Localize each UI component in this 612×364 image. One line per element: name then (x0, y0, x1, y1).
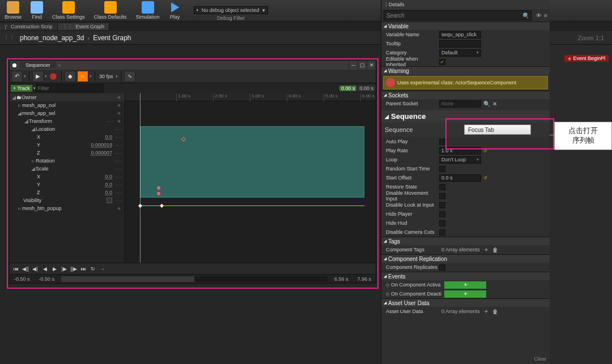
add-tag-icon[interactable]: ＋ (483, 246, 489, 254)
track-scale-x[interactable]: X0.0◦ ◦ ◦ (10, 173, 125, 181)
breadcrumb-page[interactable]: Event Graph (93, 34, 131, 42)
on-deactivate-button[interactable]: ＋ (444, 290, 486, 298)
add-track-button[interactable]: + Track (11, 85, 32, 92)
section-sockets[interactable]: ◢Sockets (381, 91, 550, 99)
play-reverse-icon[interactable]: ◀ (41, 265, 49, 273)
reset-icon[interactable]: ↺ (483, 175, 487, 181)
playhead[interactable] (140, 93, 141, 263)
undo-icon[interactable]: ↶ (11, 71, 23, 82)
filter-input[interactable] (36, 84, 104, 92)
find-button[interactable]: Find (28, 1, 45, 21)
goto-start-icon[interactable]: ⏮ (12, 265, 20, 273)
add-icon[interactable]: ＋ (116, 101, 122, 109)
transform-clip[interactable] (140, 126, 364, 198)
restore-state-checkbox[interactable] (439, 184, 445, 190)
class-defaults-button[interactable]: Class Defaults (92, 1, 129, 21)
track-rotation[interactable]: ▹Rotation◦ ◦ ◦ (10, 157, 125, 165)
track-visibility[interactable]: Visibility◦ ◦ ◦ (10, 196, 125, 204)
replicates-checkbox[interactable] (439, 264, 445, 271)
track-transform[interactable]: ◢Transform＋◦ ◦ ◦ (10, 117, 125, 125)
loop-icon[interactable]: ↻ (89, 265, 97, 273)
close-tab-icon[interactable]: × (58, 63, 61, 68)
start-offset-field[interactable]: 0.0 s (439, 174, 481, 182)
details-search[interactable]: Search🔍 (384, 10, 532, 20)
keyframe[interactable] (160, 204, 164, 208)
clear-asset-data-icon[interactable]: 🗑 (492, 309, 498, 315)
play-icon[interactable]: ▶ (32, 71, 44, 82)
category-dropdown[interactable]: Default (439, 49, 481, 57)
auto-play-checkbox[interactable] (439, 139, 445, 145)
parent-socket-field[interactable]: None (439, 100, 481, 108)
key-icon[interactable]: ◆ (65, 71, 76, 82)
simulation-button[interactable]: Simulation (134, 1, 162, 21)
add-asset-data-icon[interactable]: ＋ (483, 307, 489, 315)
range-end[interactable]: 7.96 s (352, 276, 376, 282)
minimize-icon[interactable]: ─ (348, 61, 358, 69)
track-location-y[interactable]: Y0.000019◦ ◦ ◦ (10, 141, 125, 149)
track-mesh-app-sel[interactable]: ◢mesh_app_sel＋ (10, 109, 125, 117)
reset-icon[interactable]: ↺ (483, 148, 487, 153)
step-back-icon[interactable]: ◀| (31, 265, 39, 273)
track-scale-y[interactable]: Y0.0◦ ◦ ◦ (10, 181, 125, 189)
section-events[interactable]: ◢Events (381, 272, 550, 280)
section-component-replication[interactable]: ◢Component Replication (381, 254, 550, 263)
play-button[interactable]: Play (167, 1, 184, 21)
view-end[interactable]: 6.56 s (330, 276, 353, 282)
browse-button[interactable]: Browse (2, 1, 24, 21)
step-back-key-icon[interactable]: ◀|| (22, 265, 29, 273)
section-asset-user-data[interactable]: ◢Asset User Data (381, 298, 550, 307)
goto-end-icon[interactable]: ⏭ (79, 265, 87, 273)
range-slider[interactable] (61, 276, 328, 282)
event-begin-play-tag[interactable]: Event BeginPl (564, 55, 609, 62)
hide-hud-checkbox[interactable] (439, 220, 445, 226)
time-start-badge[interactable]: 0.00 s (339, 85, 357, 91)
clear-tags-icon[interactable]: 🗑 (492, 247, 498, 253)
disable-look-checkbox[interactable] (439, 202, 445, 208)
track-mesh-app-nol[interactable]: ▹mesh_app_nol＋ (10, 101, 125, 109)
search-icon[interactable]: 🔍 (522, 12, 529, 19)
disable-movement-checkbox[interactable] (439, 193, 445, 199)
section-sequence[interactable]: ◢Sequence (381, 110, 550, 122)
disable-camera-checkbox[interactable] (439, 229, 445, 235)
play-forward-icon[interactable]: ▶ (50, 265, 58, 273)
clear-link[interactable]: Clear (534, 356, 546, 362)
play-rate-field[interactable]: 1.0 x (439, 147, 481, 155)
track-scale[interactable]: ◢Scale◦ ◦ ◦ (10, 165, 125, 173)
hide-player-checkbox[interactable] (439, 211, 445, 217)
breadcrumb-asset[interactable]: phone_node_app_3d (20, 34, 84, 42)
add-icon[interactable]: ＋ (116, 93, 122, 101)
clear-socket-icon[interactable]: ✕ (492, 101, 497, 107)
track-location-x[interactable]: X0.0◦ ◦ ◦ (10, 133, 125, 141)
fps-dropdown[interactable]: 30 fps (99, 74, 113, 79)
section-tags[interactable]: ◢Tags (381, 237, 550, 245)
focus-tab-button[interactable]: Focus Tab (464, 125, 531, 135)
curve-icon[interactable]: ∿ (124, 71, 135, 82)
visibility-clip[interactable] (140, 205, 364, 206)
record-icon[interactable] (49, 72, 57, 80)
loop-dropdown[interactable]: Don't Loop (439, 156, 481, 164)
menu-icon[interactable]: ≡ (544, 12, 547, 19)
variable-name-field[interactable]: sequ_app_click (439, 31, 481, 38)
time-current-badge[interactable]: 0.00 s (358, 85, 375, 91)
track-owner[interactable]: ◢🖿 Owner＋ (10, 93, 125, 101)
view-start[interactable]: -0.50 s (35, 276, 60, 282)
keyframe[interactable] (157, 192, 160, 195)
section-variable[interactable]: ◢Variable (381, 22, 550, 30)
time-ruler[interactable]: 1.00 s 2.00 s 3.00 s 4.00 s 5.00 s 6.00 … (125, 93, 376, 101)
step-forward-key-icon[interactable]: ||▶ (70, 265, 78, 273)
debug-object-dropdown[interactable]: • No debug object selected ▾ (194, 6, 269, 14)
track-scale-z[interactable]: Z0.0◦ ◦ ◦ (10, 189, 125, 196)
section-warning[interactable]: ◢Warning (381, 66, 550, 75)
eye-icon[interactable]: 👁 (536, 12, 542, 19)
class-settings-button[interactable]: Class Settings (50, 1, 87, 21)
tab-construction-script[interactable]: ƒConstruction Scrip (0, 23, 58, 30)
maximize-icon[interactable]: ▢ (358, 61, 367, 69)
timeline[interactable]: 1.00 s 2.00 s 3.00 s 4.00 s 5.00 s 6.00 … (125, 93, 376, 263)
tooltip-field[interactable] (439, 40, 481, 48)
on-activate-button[interactable]: ＋ (444, 281, 486, 289)
random-start-checkbox[interactable] (439, 166, 445, 172)
editable-checkbox[interactable] (439, 59, 445, 65)
tab-event-graph[interactable]: ⋮⋮Event Graph (58, 23, 110, 30)
track-location[interactable]: ◢Location◦ ◦ ◦ (10, 125, 125, 133)
range-start[interactable]: -0.50 s (10, 276, 35, 282)
